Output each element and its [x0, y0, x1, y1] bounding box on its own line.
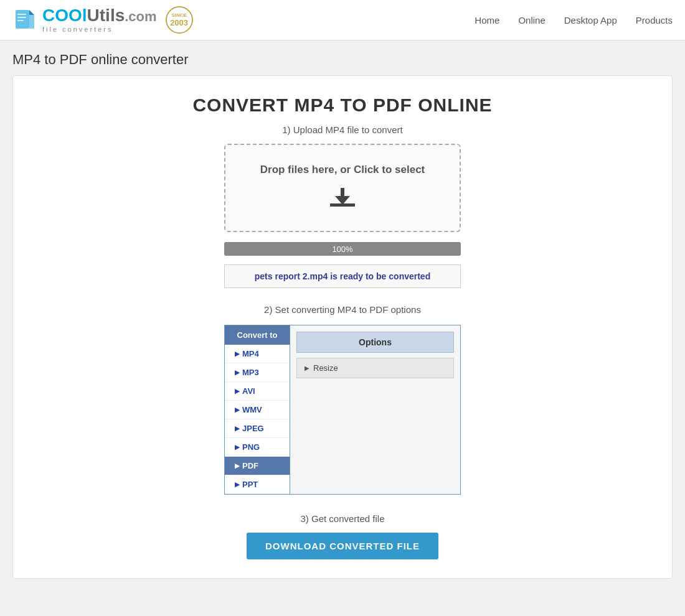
svg-rect-2: [29, 15, 34, 29]
format-item-png[interactable]: ▶ PNG: [225, 438, 290, 457]
logo-icon: [12, 7, 37, 32]
format-item-mp3[interactable]: ▶ MP3: [225, 363, 290, 382]
format-label-mp4: MP4: [242, 349, 259, 358]
converter-options: Convert to ▶ MP4 ▶ MP3 ▶ AVI ▶ WMV ▶ JPE…: [224, 325, 461, 495]
format-label-wmv: WMV: [242, 405, 262, 414]
since-year: 2003: [170, 18, 188, 27]
drop-zone[interactable]: Drop files here, or Click to select: [224, 144, 461, 232]
step2-label: 2) Set converting MP4 to PDF options: [26, 304, 659, 315]
arrow-icon-png: ▶: [235, 444, 240, 450]
nav-products[interactable]: Products: [636, 15, 673, 26]
format-list-header: Convert to: [225, 325, 290, 345]
header: COOlUtils.com file converters SINCE 2003…: [0, 0, 685, 40]
arrow-icon-jpeg: ▶: [235, 425, 240, 432]
page-title-bar: MP4 to PDF online converter: [0, 40, 685, 75]
format-label-avi: AVI: [242, 386, 255, 396]
step1-label: 1) Upload MP4 file to convert: [26, 124, 659, 135]
svg-rect-3: [17, 14, 26, 15]
format-item-avi[interactable]: ▶ AVI: [225, 382, 290, 401]
svg-marker-1: [29, 10, 34, 15]
format-list: Convert to ▶ MP4 ▶ MP3 ▶ AVI ▶ WMV ▶ JPE…: [225, 325, 290, 494]
svg-rect-0: [16, 10, 29, 29]
format-item-wmv[interactable]: ▶ WMV: [225, 401, 290, 419]
file-ready-box: pets report 2.mp4 is ready to be convert…: [224, 264, 461, 288]
arrow-icon-mp4: ▶: [235, 350, 240, 357]
since-word: SINCE: [171, 12, 186, 18]
format-item-pdf[interactable]: ▶ PDF: [225, 457, 290, 475]
format-label-jpeg: JPEG: [242, 424, 264, 433]
resize-arrow-icon: ▶: [305, 365, 309, 371]
arrow-icon-wmv: ▶: [235, 406, 240, 413]
download-converted-button[interactable]: DOWNLOAD CONVERTED FILE: [247, 533, 438, 559]
resize-label: Resize: [313, 363, 338, 373]
nav-desktop-app[interactable]: Desktop App: [564, 15, 617, 26]
options-header: Options: [296, 332, 454, 353]
converter-title: CONVERT MP4 TO PDF ONLINE: [26, 95, 659, 116]
logo-cool: COO: [42, 6, 82, 25]
logo-utils: Utils: [87, 6, 125, 25]
format-label-png: PNG: [242, 442, 260, 452]
file-ready-text: pets report 2.mp4 is ready to be convert…: [255, 271, 430, 281]
progress-percent: 100%: [332, 245, 352, 254]
arrow-icon-mp3: ▶: [235, 369, 240, 376]
step3-label: 3) Get converted file: [26, 513, 659, 524]
page-title: MP4 to PDF online converter: [12, 52, 673, 68]
format-item-mp4[interactable]: ▶ MP4: [225, 345, 290, 363]
main-nav: Home Online Desktop App Products: [475, 15, 673, 26]
options-panel: Options ▶ Resize: [290, 325, 460, 494]
main-content: CONVERT MP4 TO PDF ONLINE 1) Upload MP4 …: [12, 75, 673, 579]
format-label-ppt: PPT: [242, 480, 258, 489]
svg-rect-4: [17, 17, 26, 18]
progress-bar-fill: 100%: [224, 242, 461, 256]
logo-text: COOlUtils.com file converters: [42, 7, 157, 33]
arrow-icon-pdf: ▶: [235, 462, 240, 469]
arrow-icon-avi: ▶: [235, 388, 240, 394]
logo-domain: .com: [125, 9, 156, 24]
logo-sub: file converters: [42, 26, 113, 33]
logo-l-letter: l: [82, 6, 87, 25]
drop-zone-text: Drop files here, or Click to select: [238, 164, 447, 176]
arrow-icon-ppt: ▶: [235, 481, 240, 488]
format-label-pdf: PDF: [242, 461, 258, 470]
format-item-jpeg[interactable]: ▶ JPEG: [225, 419, 290, 438]
svg-marker-8: [335, 196, 350, 205]
logo-area: COOlUtils.com file converters SINCE 2003: [12, 6, 193, 34]
svg-rect-5: [17, 20, 24, 21]
upload-icon: [327, 185, 358, 210]
nav-home[interactable]: Home: [475, 15, 499, 26]
progress-bar-container: 100%: [224, 242, 461, 256]
nav-online[interactable]: Online: [518, 15, 545, 26]
format-item-ppt[interactable]: ▶ PPT: [225, 475, 290, 494]
options-resize[interactable]: ▶ Resize: [296, 358, 454, 378]
since-badge: SINCE 2003: [166, 6, 193, 34]
format-label-mp3: MP3: [242, 368, 259, 377]
logo-main: COOlUtils.com: [42, 7, 157, 24]
